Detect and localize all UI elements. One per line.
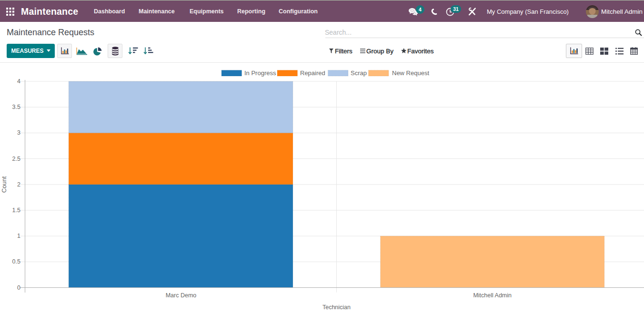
svg-text:3: 3 bbox=[17, 129, 20, 136]
svg-text:In Progress: In Progress bbox=[244, 69, 276, 77]
svg-text:Scrap: Scrap bbox=[351, 69, 367, 77]
svg-text:Mitchell Admin: Mitchell Admin bbox=[473, 292, 512, 299]
svg-text:Marc Demo: Marc Demo bbox=[166, 292, 197, 299]
svg-text:Technician: Technician bbox=[322, 304, 351, 311]
svg-text:3.5: 3.5 bbox=[12, 104, 20, 110]
svg-text:2.5: 2.5 bbox=[12, 156, 20, 162]
svg-text:1.5: 1.5 bbox=[12, 207, 20, 214]
svg-text:4: 4 bbox=[17, 78, 20, 85]
svg-text:1: 1 bbox=[17, 233, 20, 239]
svg-text:0: 0 bbox=[17, 284, 20, 291]
svg-text:Count: Count bbox=[0, 176, 8, 193]
svg-text:New Request: New Request bbox=[392, 69, 429, 77]
svg-text:2: 2 bbox=[17, 181, 20, 188]
svg-text:0.5: 0.5 bbox=[12, 258, 20, 265]
svg-text:Repaired: Repaired bbox=[300, 69, 325, 77]
